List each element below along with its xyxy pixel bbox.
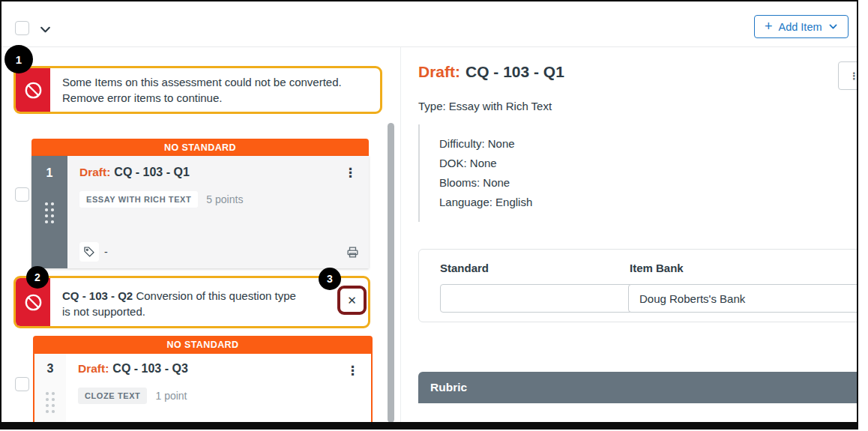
kebab-icon: ⋮: [849, 70, 858, 82]
rubric-section-header: Rubric: [418, 372, 858, 403]
detail-title: CQ - 103 - Q1: [465, 63, 564, 81]
screenshot-canvas: + Add Item Some Items on this assessment…: [0, 0, 868, 431]
assessment-error-text: Some Items on this assessment could not …: [50, 68, 354, 112]
add-item-label: Add Item: [779, 21, 822, 33]
item1-type-badge: ESSAY WITH RICH TEXT: [79, 191, 198, 208]
item3-draft-status: Draft:: [78, 362, 109, 376]
meta-language: Language: English: [439, 193, 532, 212]
item1-tag-value: -: [104, 246, 108, 258]
standard-select[interactable]: [440, 284, 657, 313]
item1-drag-handle-icon[interactable]: [45, 202, 54, 223]
item1-checkbox[interactable]: [15, 187, 29, 202]
item3-side-rail: 3: [34, 354, 66, 424]
prohibition-icon: [23, 80, 43, 100]
detail-type-line: Type: Essay with Rich Text: [418, 100, 552, 112]
tag-icon[interactable]: [79, 242, 99, 262]
detail-draft-status: Draft:: [418, 63, 460, 81]
error-strip: [16, 68, 50, 112]
app-window: + Add Item Some Items on this assessment…: [0, 0, 858, 430]
standard-label: Standard: [440, 262, 489, 274]
item1-side-rail: 1: [31, 156, 67, 268]
item1-standard-banner: NO STANDARD: [31, 139, 369, 156]
item3-kebab-menu-icon[interactable]: ⋮: [343, 361, 362, 380]
detail-heading: Draft: CQ - 103 - Q1: [418, 63, 564, 81]
assessment-error-line2: Remove error items to continue.: [62, 90, 342, 106]
rubric-label: Rubric: [430, 381, 467, 394]
item1-title: CQ - 103 - Q1: [114, 166, 189, 179]
item1-draft-status: Draft:: [79, 166, 110, 179]
add-item-button[interactable]: + Add Item: [754, 15, 849, 38]
close-icon: ✕: [347, 294, 357, 307]
assessment-error-line1: Some Items on this assessment could not …: [62, 74, 342, 90]
meta-blooms: Blooms: None: [439, 173, 532, 193]
item1-kebab-menu-icon[interactable]: ⋮: [341, 163, 360, 182]
prohibition-icon: [23, 292, 43, 313]
item1-number: 1: [46, 166, 53, 180]
item3-standard-banner: NO STANDARD: [33, 336, 373, 354]
chevron-down-icon: [828, 22, 838, 31]
select-all-checkbox[interactable]: [15, 21, 29, 35]
callout-annotation-3: 3: [319, 268, 341, 290]
item1-points: 5 points: [206, 193, 243, 205]
item-card-3[interactable]: NO STANDARD 3 Draft: CQ - 103 - Q3 ⋮ CLO…: [33, 336, 373, 426]
printer-icon[interactable]: [346, 245, 360, 259]
item-error-code: CQ - 103 - Q2: [62, 289, 133, 302]
item3-number: 3: [47, 362, 54, 376]
plus-icon: +: [765, 19, 773, 33]
standard-itembank-card: Standard Item Bank: [418, 249, 858, 322]
header-divider: [1, 46, 857, 47]
detail-more-button[interactable]: ⋮: [838, 61, 858, 90]
item-error-banner: CQ - 103 - Q2 Conversion of this questio…: [13, 276, 370, 328]
panel-divider: [400, 47, 401, 424]
item3-title: CQ - 103 - Q3: [112, 362, 187, 376]
item-bank-label: Item Bank: [630, 262, 684, 274]
item3-type-badge: CLOZE TEXT: [78, 388, 147, 404]
remove-error-item-button[interactable]: ✕: [337, 286, 367, 315]
callout-annotation-1: 1: [4, 45, 33, 73]
item3-checkbox[interactable]: [15, 377, 29, 391]
list-scrollbar-thumb[interactable]: [388, 123, 394, 423]
detail-meta-block: Difficulty: None DOK: None Blooms: None …: [418, 124, 532, 222]
item3-points: 1 point: [155, 390, 187, 402]
item-bank-input[interactable]: [628, 284, 858, 313]
item-card-1[interactable]: NO STANDARD 1 Draft: CQ - 103 - Q1 ⋮ ESS…: [31, 139, 369, 268]
item-error-text: CQ - 103 - Q2 Conversion of this questio…: [50, 278, 314, 326]
meta-dok: DOK: None: [439, 154, 532, 173]
callout-annotation-2: 2: [26, 266, 49, 289]
assessment-error-banner: Some Items on this assessment could not …: [13, 66, 382, 114]
select-menu-chevron-down-icon[interactable]: [39, 23, 52, 36]
item3-drag-handle-icon[interactable]: [46, 392, 55, 413]
meta-difficulty: Difficulty: None: [439, 134, 532, 154]
